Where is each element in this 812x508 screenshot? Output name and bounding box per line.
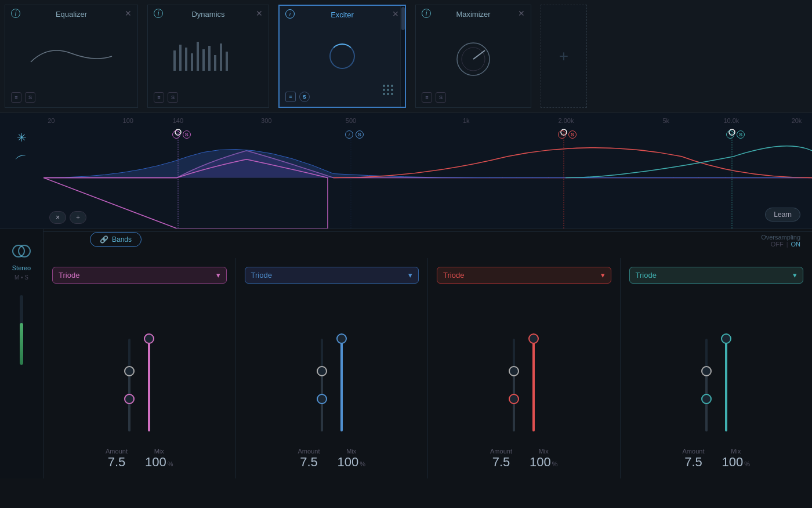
freq-label-300: 300 bbox=[261, 117, 271, 124]
band1-mix-slider[interactable] bbox=[148, 339, 150, 431]
exciter-list-icon[interactable]: ≡ bbox=[285, 92, 296, 102]
dynamics-close-icon[interactable]: ✕ bbox=[256, 9, 263, 18]
band2-amount-knob[interactable] bbox=[317, 394, 327, 404]
band1-info-icon[interactable]: i bbox=[172, 130, 180, 139]
band3-mix-knob[interactable] bbox=[528, 333, 539, 344]
svg-rect-6 bbox=[208, 46, 211, 71]
band4-sliders bbox=[705, 292, 727, 431]
band2-amount-slider[interactable] bbox=[321, 339, 323, 431]
band3-mix-slider[interactable] bbox=[532, 339, 535, 431]
band3-amount-value: 7.5 bbox=[492, 455, 510, 470]
band4-amount-knob-top[interactable] bbox=[701, 366, 712, 376]
band3-info-icon[interactable]: i bbox=[558, 130, 566, 139]
bands-label: Bands bbox=[112, 235, 132, 244]
band1-amount-knob-top[interactable] bbox=[124, 366, 135, 376]
svg-rect-3 bbox=[191, 53, 193, 71]
svg-rect-7 bbox=[214, 55, 216, 71]
band1-type-select[interactable]: Triode ▾ bbox=[52, 267, 227, 284]
band3-mix-unit: % bbox=[552, 460, 558, 467]
eq-bottom-controls: × + bbox=[49, 211, 86, 224]
freq-label-100: 100 bbox=[123, 117, 133, 124]
curve-tool-icon[interactable]: ⌒ bbox=[13, 151, 31, 172]
equalizer-waveform bbox=[5, 33, 137, 79]
exciter-dots bbox=[383, 85, 393, 95]
ms-label: M • S bbox=[14, 274, 28, 281]
add-plugin-button[interactable]: + bbox=[541, 5, 587, 108]
plugin-card-exciter: i Exciter ✕ ≡ S bbox=[278, 5, 406, 108]
band2-mix-value-row: 100 % bbox=[337, 455, 365, 470]
band4-amount-knob[interactable] bbox=[701, 394, 712, 404]
band4-info-icon[interactable]: i bbox=[726, 130, 734, 139]
maximizer-bottom-icons: ≡ S bbox=[422, 92, 446, 103]
band4-mix-value-area: Mix 100 % bbox=[722, 443, 750, 470]
exciter-spinner bbox=[328, 42, 357, 71]
band4-amount-slider[interactable] bbox=[705, 339, 708, 431]
band4-mix-fill bbox=[725, 339, 727, 431]
band2-type-select[interactable]: Triode ▾ bbox=[245, 267, 419, 284]
equalizer-close-icon[interactable]: ✕ bbox=[125, 9, 132, 18]
equalizer-info-icon[interactable]: i bbox=[11, 9, 20, 18]
band1-amount-slider[interactable] bbox=[128, 339, 130, 431]
stereo-icon[interactable] bbox=[11, 241, 32, 262]
band2-type-label: Triode bbox=[251, 271, 272, 280]
oversampling-on[interactable]: ON bbox=[791, 241, 801, 248]
band3-amount-knob-top[interactable] bbox=[509, 366, 519, 376]
band4-s-icon[interactable]: S bbox=[737, 130, 745, 139]
dynamics-info-icon[interactable]: i bbox=[154, 9, 163, 18]
dynamics-list-icon[interactable]: ≡ bbox=[154, 92, 164, 103]
svg-rect-0 bbox=[173, 50, 176, 71]
band1-sliders bbox=[128, 292, 150, 431]
equalizer-list-icon[interactable]: ≡ bbox=[11, 92, 21, 103]
add-band-button[interactable]: + bbox=[70, 211, 86, 224]
maximizer-close-icon[interactable]: ✕ bbox=[518, 9, 525, 18]
dynamics-bottom-icons: ≡ S bbox=[154, 92, 178, 103]
band1-amount-knob[interactable] bbox=[124, 394, 135, 404]
band3-amount-value-area: Amount 7.5 bbox=[490, 443, 512, 470]
band3-s-icon[interactable]: S bbox=[568, 130, 577, 139]
band2-s-icon[interactable]: S bbox=[356, 130, 364, 139]
freq-label-500: 500 bbox=[346, 117, 356, 124]
band2-amount-knob-top[interactable] bbox=[317, 366, 327, 376]
svg-rect-1 bbox=[179, 45, 182, 71]
band1-s-icon[interactable]: S bbox=[183, 130, 191, 139]
band3-mix-value: 100 bbox=[530, 455, 551, 470]
band2-info-icon[interactable]: i bbox=[345, 130, 353, 139]
band2-mix-slider[interactable] bbox=[340, 339, 343, 431]
band3-type-select[interactable]: Triode ▾ bbox=[437, 267, 611, 284]
maximizer-list-icon[interactable]: ≡ bbox=[422, 92, 432, 103]
dynamics-s-icon[interactable]: S bbox=[168, 92, 178, 103]
maximizer-s-icon[interactable]: S bbox=[436, 92, 446, 103]
band4-mix-knob[interactable] bbox=[721, 333, 731, 344]
remove-band-button[interactable]: × bbox=[49, 211, 66, 224]
svg-rect-8 bbox=[220, 43, 222, 71]
band4-dropdown-icon: ▾ bbox=[793, 271, 797, 280]
exciter-scrollbar[interactable] bbox=[400, 6, 405, 107]
band4-amount-label: Amount bbox=[683, 448, 705, 455]
equalizer-s-icon[interactable]: S bbox=[25, 92, 35, 103]
band4-mix-slider[interactable] bbox=[725, 339, 727, 431]
band3-mix-fill bbox=[532, 339, 535, 431]
band3-amount-knob[interactable] bbox=[509, 394, 519, 404]
band2-mix-track bbox=[340, 339, 343, 431]
band2-sliders bbox=[321, 292, 343, 431]
band1-mix-knob[interactable] bbox=[144, 333, 154, 344]
freq-label-140: 140 bbox=[173, 117, 183, 124]
svg-rect-4 bbox=[197, 42, 199, 71]
freq-label-10k: 10.0k bbox=[723, 117, 739, 124]
exciter-bottom-icons: ≡ S bbox=[285, 92, 310, 102]
band2-mix-value-area: Mix 100 % bbox=[337, 443, 365, 470]
band3-dropdown-icon: ▾ bbox=[601, 271, 605, 280]
band4-type-select[interactable]: Triode ▾ bbox=[629, 267, 804, 284]
maximizer-info-icon[interactable]: i bbox=[422, 9, 431, 18]
band3-mix-label: Mix bbox=[539, 448, 549, 455]
exciter-s-icon[interactable]: S bbox=[299, 92, 310, 102]
band4-mix-value-row: 100 % bbox=[722, 455, 750, 470]
band2-mix-knob[interactable] bbox=[336, 333, 347, 344]
oversampling-off[interactable]: OFF bbox=[771, 241, 784, 248]
bands-button[interactable]: 🔗 Bands bbox=[90, 232, 142, 247]
cursor-tool-icon[interactable]: ✳ bbox=[17, 130, 27, 144]
add-icon: + bbox=[559, 47, 568, 66]
dynamics-waveform bbox=[148, 33, 269, 79]
band3-amount-slider[interactable] bbox=[513, 339, 515, 431]
learn-button[interactable]: Learn bbox=[765, 208, 800, 222]
